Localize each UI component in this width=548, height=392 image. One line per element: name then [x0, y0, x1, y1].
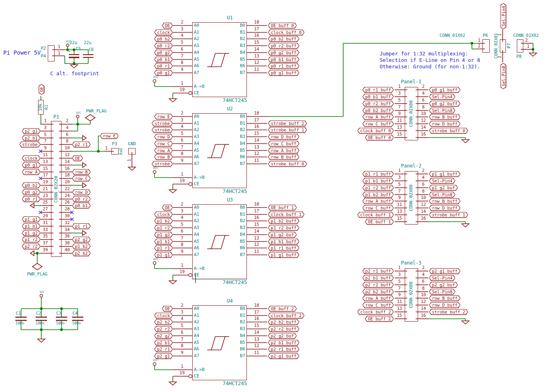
net-label-p1_b2_buff[interactable]: p1_b2_buff: [268, 218, 299, 224]
net-label-p1_r1[interactable]: p1_r1: [72, 223, 91, 229]
net-label-p2_b2_buff[interactable]: p2_b2_buff: [268, 319, 299, 325]
net-label-p1_r1_buff[interactable]: p1_r1_buff: [268, 245, 299, 251]
net-label-strobe_buff_2[interactable]: strobe_buff_2: [429, 309, 468, 315]
net-label-p0_g2[interactable]: p0_g2: [22, 189, 40, 195]
net-label-p2_r1[interactable]: p2_r1: [154, 346, 173, 352]
net-label-p1_g2[interactable]: p1_g2: [154, 232, 173, 238]
connector-P6[interactable]: [482, 39, 490, 53]
net-label-row_C[interactable]: row_C: [154, 141, 173, 147]
net-label-p0_g2_buff[interactable]: p0_g2_buff: [268, 50, 299, 56]
net-label-row_A_buff[interactable]: row_A_buff: [268, 148, 299, 154]
net-label-row_C_buff[interactable]: row_C_buff: [362, 302, 394, 308]
net-label-clock[interactable]: clock: [154, 313, 173, 319]
net-label-p1_g2_buf[interactable]: p1_g2_buf: [429, 185, 458, 191]
net-label-p1_r2_buff[interactable]: p1_r2_buff: [362, 185, 394, 191]
net-label-p2_b2_buff[interactable]: p2_b2_buff: [362, 289, 394, 295]
net-label-OE_buff_0[interactable]: OE_buff_0: [268, 23, 297, 29]
net-label-p0_r1[interactable]: p0_r1: [22, 196, 40, 202]
net-label-p1_r2[interactable]: p1_r2: [22, 237, 40, 243]
net-label-row_D_buff[interactable]: row_D_buff: [429, 302, 461, 308]
net-label-OE[interactable]: OE: [162, 23, 173, 29]
net-label-OE[interactable]: OE: [38, 84, 45, 95]
net-label-row_B_buff[interactable]: row_B_buff: [268, 154, 299, 160]
connector-P2P4[interactable]: [48, 45, 55, 61]
net-label-p2_g1_buff[interactable]: p2_g1_buff: [429, 268, 461, 274]
net-label-p1_g1_buff[interactable]: p1_g1_buff: [268, 252, 299, 258]
net-label-p2_g1_buff[interactable]: p2_g1_buff: [268, 353, 299, 359]
net-label-strobe[interactable]: strobe: [152, 127, 173, 133]
net-label-p1_b1_buff[interactable]: p1_b1_buff: [362, 178, 394, 184]
net-label-row_A[interactable]: row_A: [22, 169, 40, 175]
net-label-row_A[interactable]: row_A: [154, 148, 173, 154]
net-label-p2_g2_buf[interactable]: p2_g2_buf: [429, 282, 458, 288]
net-label-Sel-Pin4[interactable]: Sel-Pin4: [500, 3, 506, 30]
net-label-p2_r1[interactable]: p2_r1: [72, 142, 91, 148]
connector-P3[interactable]: [111, 148, 119, 155]
net-label-p0_b1[interactable]: p0_b1: [154, 57, 173, 63]
net-label-p0_r1_buff[interactable]: p0_r1_buff: [362, 87, 394, 93]
net-label-row_D[interactable]: row_D: [154, 134, 173, 140]
net-label-Sel-Pin4[interactable]: Sel-Pin4: [429, 275, 455, 281]
net-label-row_C[interactable]: row_C: [72, 176, 91, 182]
net-label-p2_b2[interactable]: p2_b2: [154, 319, 173, 325]
net-label-Sel-Pin4[interactable]: Sel-Pin4: [429, 94, 455, 100]
net-label-p1_b2[interactable]: p1_b2: [154, 218, 173, 224]
connector-GND[interactable]: [128, 148, 136, 155]
net-label-p0_b1_buff[interactable]: p0_b1_buff: [362, 94, 394, 100]
net-label-p0_g1[interactable]: p0_g1: [154, 70, 173, 76]
net-label-p2_r1_buff[interactable]: p2_r1_buff: [362, 268, 394, 274]
net-label-p0_b2_buff[interactable]: p0_b2_buff: [268, 36, 299, 42]
net-label-p2_g2[interactable]: p2_g2: [72, 237, 91, 243]
net-label-p1_g2_buf[interactable]: p1_g2_buf: [268, 232, 297, 238]
net-label-p1_r2[interactable]: p1_r2: [154, 225, 173, 231]
net-label-p2_g1[interactable]: p2_g1: [22, 128, 40, 134]
net-label-p0_g1[interactable]: p0_g1: [22, 162, 40, 168]
net-label-p1_g1[interactable]: p1_g1: [154, 252, 173, 258]
net-label-row_A_buff[interactable]: row_A_buff: [362, 198, 394, 204]
net-label-clock[interactable]: clock: [154, 30, 173, 36]
net-label-row_B[interactable]: row_B: [72, 169, 91, 175]
net-label-p0_r2[interactable]: p0_r2: [72, 196, 91, 202]
net-label-p1_g1_buff[interactable]: p1_g1_buff: [429, 171, 461, 177]
net-label-row_E[interactable]: row_E: [100, 133, 119, 139]
net-label-p0_g2_buff[interactable]: p0_g2_buff: [429, 101, 461, 107]
net-label-OE_buff_1[interactable]: OE_buff_1: [365, 219, 394, 225]
net-label-row_D_buff[interactable]: row_D_buff: [429, 205, 461, 211]
net-label-Sel-Pin8[interactable]: Sel-Pin8: [429, 108, 455, 114]
net-label-clock[interactable]: clock: [154, 212, 173, 218]
net-label-OE_buff_2[interactable]: OE_buff_2: [268, 306, 297, 312]
net-label-p0_r1_buff[interactable]: p0_r1_buff: [268, 63, 299, 69]
net-label-clock_buff_2[interactable]: clock_buff_2: [268, 313, 304, 319]
net-label-Sel-Pin8[interactable]: Sel-Pin8: [429, 289, 455, 295]
net-label-strobe[interactable]: strobe: [152, 121, 173, 127]
net-label-p2_r2[interactable]: p2_r2: [154, 326, 173, 332]
net-label-row_B_buff[interactable]: row_B_buff: [429, 295, 461, 301]
net-label-p0_r2_buff[interactable]: p0_r2_buff: [362, 101, 394, 107]
net-label-OE[interactable]: OE: [162, 205, 173, 211]
net-label-p1_b2[interactable]: p1_b2: [72, 244, 91, 250]
net-label-row_C_buff[interactable]: row_C_buff: [362, 121, 394, 127]
net-label-p2_r2[interactable]: p2_r2: [22, 244, 40, 250]
net-label-p1_b1[interactable]: p1_b1: [22, 223, 40, 229]
net-label-p1_g2[interactable]: p1_g2: [22, 230, 40, 236]
net-label-row_B_buff[interactable]: row_B_buff: [429, 198, 461, 204]
net-label-row_A_buff[interactable]: row_A_buff: [362, 295, 394, 301]
net-label-p2_b1[interactable]: p2_b1: [22, 135, 40, 141]
net-label-strobe[interactable]: strobe: [19, 142, 40, 148]
net-label-OE[interactable]: OE: [162, 306, 173, 312]
net-label-clock_buff_2[interactable]: clock_buff_2: [357, 309, 394, 315]
net-label-row_A_buff[interactable]: row_A_buff: [362, 114, 394, 120]
net-label-p0_r2[interactable]: p0_r2: [154, 43, 173, 49]
net-label-strobe_buff_1[interactable]: strobe_buff_1: [429, 212, 468, 218]
net-label-p1_r1_buff[interactable]: p1_r1_buff: [362, 171, 394, 177]
net-label-p1_b1_buff[interactable]: p1_b1_buff: [268, 239, 299, 245]
connector-P8[interactable]: [517, 39, 523, 53]
net-label-p2_g2[interactable]: p2_g2: [154, 333, 173, 339]
net-label-p2_b2[interactable]: p2_b2: [72, 250, 91, 256]
net-label-p0_g2[interactable]: p0_g2: [154, 50, 173, 56]
net-label-p0_b2[interactable]: p0_b2: [22, 182, 40, 189]
net-label-row_E[interactable]: row_E: [154, 114, 173, 120]
net-label-row_C_buff[interactable]: row_C_buff: [268, 141, 299, 147]
net-label-clock[interactable]: clock: [22, 155, 40, 161]
net-label-p0_r1[interactable]: p0_r1: [154, 63, 173, 69]
